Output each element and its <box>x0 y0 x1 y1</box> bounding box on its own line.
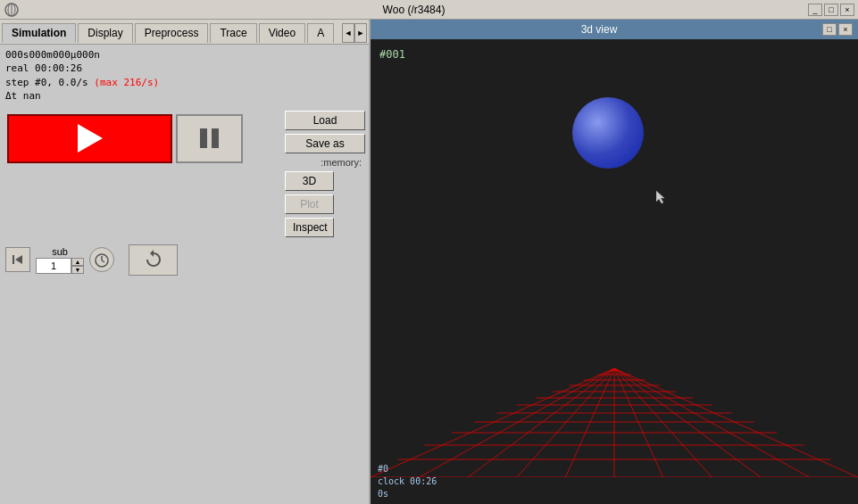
svg-line-26 <box>565 368 614 477</box>
grid-floor <box>371 352 858 477</box>
save-as-button[interactable]: Save as <box>285 134 365 153</box>
hud-overlay: #0 clock 00:26 0s <box>378 463 437 500</box>
sphere-object <box>572 97 644 169</box>
tabs-row: Simulation Display Preprocess Trace Vide… <box>0 20 369 45</box>
play-icon <box>78 124 103 153</box>
label-text: #001 <box>379 48 405 61</box>
svg-line-22 <box>371 368 614 477</box>
btn-inspect[interactable]: Inspect <box>285 218 334 237</box>
view-buttons: 3D Plot Inspect <box>285 171 365 237</box>
sub-label: sub <box>52 246 68 257</box>
step-max: (max 216/s) <box>94 77 159 88</box>
tab-trace[interactable]: Trace <box>210 23 256 43</box>
substep-row: sub 1 ▲ ▼ <box>0 241 369 279</box>
tab-scroll-left[interactable]: ◄ <box>342 23 354 43</box>
play-button[interactable] <box>7 114 172 163</box>
view-close-button[interactable]: × <box>838 23 853 36</box>
tab-scroll-buttons[interactable]: ◄ ► <box>342 23 367 43</box>
app-win-buttons[interactable]: _ □ × <box>808 4 854 16</box>
btn-3d[interactable]: 3D <box>285 171 334 191</box>
svg-line-30 <box>614 368 761 477</box>
svg-rect-3 <box>12 255 14 264</box>
view-title-bar: 3d view □ × <box>371 20 858 39</box>
load-button[interactable]: Load <box>285 111 365 130</box>
minimize-button[interactable]: _ <box>808 4 822 16</box>
memory-and-controls: Load Save as :memory: 3D Plot Inspect <box>285 111 365 237</box>
svg-line-28 <box>614 368 663 477</box>
tab-scroll-right[interactable]: ► <box>354 23 367 43</box>
skip-to-start-button[interactable] <box>5 247 30 272</box>
step-display: step #0, 0.0/s (max 216/s) <box>5 76 363 89</box>
pause-bar-right <box>212 128 219 148</box>
pause-bar-left <box>200 128 207 148</box>
tab-preprocess[interactable]: Preprocess <box>135 23 209 43</box>
sub-down-button[interactable]: ▼ <box>71 266 84 274</box>
restore-button[interactable]: □ <box>824 4 838 16</box>
left-empty-space <box>0 279 369 504</box>
svg-marker-4 <box>15 255 22 264</box>
app-title: Woo (/r3484) <box>20 4 808 16</box>
app-title-bar: Woo (/r3484) _ □ × <box>0 0 858 20</box>
left-panel: Simulation Display Preprocess Trace Vide… <box>0 20 371 504</box>
memory-label: :memory: <box>285 157 365 168</box>
tab-simulation[interactable]: Simulation <box>2 23 76 43</box>
cursor <box>656 191 663 198</box>
hud-line2: clock 00:26 <box>378 475 437 488</box>
timer-button[interactable] <box>89 247 114 272</box>
svg-line-29 <box>614 368 712 477</box>
tab-video[interactable]: Video <box>259 23 305 43</box>
top-controls: Load Save as :memory: 3D Plot Inspect <box>0 107 369 241</box>
close-button[interactable]: × <box>840 4 854 16</box>
sub-step-input-group: sub 1 ▲ ▼ <box>36 246 84 274</box>
playback-row <box>4 111 281 167</box>
svg-line-31 <box>614 368 809 477</box>
tab-a[interactable]: A <box>307 23 334 43</box>
info-area: 000s000m000μ000n real 00:00:26 step #0, … <box>0 45 369 107</box>
svg-line-7 <box>102 260 104 262</box>
step-text: step #0, 0.0/s <box>5 77 88 88</box>
time-display: 000s000m000μ000n <box>5 48 363 62</box>
sub-input[interactable]: 1 <box>36 258 71 274</box>
viewport[interactable]: #001 <box>371 39 858 504</box>
svg-marker-8 <box>656 191 664 203</box>
svg-line-25 <box>517 368 614 477</box>
delta-display: Δt nan <box>5 89 363 103</box>
real-time-display: real 00:00:26 <box>5 62 363 75</box>
tab-display[interactable]: Display <box>78 23 132 43</box>
right-panel: 3d view □ × #001 <box>371 20 858 504</box>
app-icon <box>4 2 20 18</box>
view-win-buttons[interactable]: □ × <box>822 23 853 36</box>
sub-spinners: ▲ ▼ <box>71 258 84 274</box>
sub-spinner-row: 1 ▲ ▼ <box>36 258 84 274</box>
btn-plot[interactable]: Plot <box>285 194 334 214</box>
sub-up-button[interactable]: ▲ <box>71 258 84 266</box>
object-label: #001 <box>379 48 405 61</box>
hud-line3: 0s <box>378 488 437 500</box>
pause-button[interactable] <box>176 114 243 163</box>
svg-line-24 <box>468 368 614 477</box>
svg-line-32 <box>614 368 858 477</box>
svg-line-23 <box>420 368 614 477</box>
hud-line1: #0 <box>378 463 437 475</box>
load-save-area <box>4 111 281 167</box>
reload-button[interactable] <box>129 244 178 276</box>
view-restore-button[interactable]: □ <box>822 23 837 36</box>
view-title: 3d view <box>376 23 822 36</box>
